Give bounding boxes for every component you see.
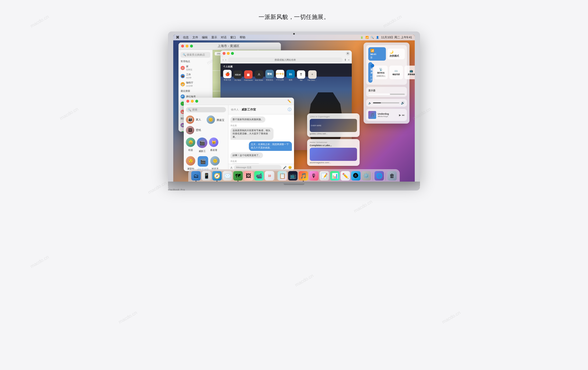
- dock-mail[interactable]: ✉️: [223, 171, 232, 181]
- fav-hotel-booking[interactable]: 慧铭 慧铭假合: [265, 70, 274, 81]
- file-menu[interactable]: 文件: [192, 35, 198, 39]
- fav-tait[interactable]: T Tait: [297, 70, 305, 81]
- messages-close[interactable]: [186, 100, 189, 103]
- favorites-icons-row: 🍎 苹果中国 nice It's Nice ◼: [223, 70, 349, 81]
- edit-menu[interactable]: 编辑: [202, 35, 208, 39]
- msg-contact-neighbor[interactable]: 😄 邻居: [186, 137, 195, 154]
- notif-12hrs[interactable]: 12hrs in Copenhagen OVER WIRE guides.12h…: [307, 113, 360, 137]
- msg-contact-jb[interactable]: 😊 腾嘉宝: [207, 115, 226, 124]
- msg-contact-group[interactable]: 🎬 威影工: [197, 137, 207, 154]
- menubar-right: 🔋 📶 🔍 👤 11月10日 周二 上午9:41: [360, 35, 412, 39]
- maps-search-field[interactable]: 🔍 搜索景点购购店: [181, 52, 210, 58]
- msg-contact-duizhitian[interactable]: 🙂 对志天: [210, 156, 220, 171]
- fav-design-files[interactable]: ☀ The Design Files: [307, 70, 317, 81]
- msg-contact-wallpaper[interactable]: 🖼 壁纸: [186, 125, 206, 135]
- messages-titlebar: ✏️: [184, 98, 294, 105]
- msg-contact-family[interactable]: 👨‍👩‍👧 家人: [186, 115, 206, 124]
- notif-atelier[interactable]: Atelier Schwimmer Completes a Lake... az…: [307, 139, 360, 166]
- cc-keyboard-toggle[interactable]: ⌨️ 键盘亮度: [389, 66, 403, 79]
- fav-apple[interactable]: 🍎 苹果中国: [223, 70, 232, 81]
- dock-podcasts[interactable]: 🎙: [309, 171, 319, 181]
- maps-item-work[interactable]: 💼 工作 9分钟: [181, 72, 210, 80]
- volume-max-icon: 🔊: [401, 101, 405, 105]
- safari-maximize[interactable]: [231, 52, 234, 55]
- notif-image-2: [310, 148, 357, 161]
- dock-system-prefs[interactable]: ⚙️: [362, 171, 371, 181]
- menubar-time: 11月10日 周二 上午9:41: [381, 35, 412, 39]
- safari-close[interactable]: [223, 52, 225, 55]
- messages-maximize[interactable]: [195, 100, 198, 103]
- fav-patchwork[interactable]: ◼ Patchwork: [244, 70, 253, 81]
- messages-search[interactable]: 🔍 搜索: [186, 107, 226, 112]
- safari-forward[interactable]: ›: [225, 58, 226, 62]
- dock-photos[interactable]: 🖼: [244, 171, 253, 181]
- cafe-icon: ☕: [181, 82, 185, 86]
- safari-minimize[interactable]: [227, 52, 230, 55]
- cc-airplay-toggle[interactable]: 📡 隔空投送 仅限联系人: [374, 66, 388, 79]
- dock-finder[interactable]: 🗂: [191, 171, 201, 181]
- msg-contact-puanyi[interactable]: 😌 浦安怡: [186, 156, 195, 171]
- info-button[interactable]: ⓘ: [288, 107, 291, 112]
- dock-container: 🗂 📱 🧭 ✉️: [188, 169, 400, 182]
- dock-siri[interactable]: 🌐: [375, 171, 384, 181]
- cc-screenmirror-toggle[interactable]: 📺 屏幕镜像: [405, 66, 415, 79]
- dock-calendar[interactable]: 10: [265, 171, 274, 181]
- display-brightness-slider[interactable]: [368, 94, 405, 95]
- search-icon[interactable]: 🔍: [371, 36, 374, 39]
- maps-item-home[interactable]: 🏠 家 近附近: [181, 64, 210, 72]
- safari-url-bar[interactable]: 搜索或输入网站名称: [228, 57, 343, 62]
- volume-slider[interactable]: [373, 102, 399, 103]
- cc-bluetooth-toggle[interactable]: 🔵 蓝牙 打开: [368, 62, 372, 83]
- cc-dnd-toggle[interactable]: 🌙 勿扰模式: [387, 49, 405, 59]
- dock-maps[interactable]: 🗺: [233, 171, 243, 181]
- safari-new-tab[interactable]: +: [346, 52, 350, 55]
- view-menu[interactable]: 显示: [211, 35, 217, 39]
- safari-tabs-row: +: [220, 50, 352, 57]
- fav-linkedin[interactable]: in 领英: [286, 70, 295, 81]
- dock-appstore[interactable]: 🅐: [351, 171, 361, 181]
- dock-pencil[interactable]: ✏️: [341, 171, 350, 181]
- cc-bottom-row: 🔵 蓝牙 打开 📡 隔空投送 仅限联系人 ⌨: [368, 62, 405, 83]
- dock-trash[interactable]: 🗑: [387, 171, 397, 181]
- dock-safari[interactable]: 🧭: [212, 171, 222, 181]
- macbook-device: ⌘ 信息 文件 编辑 显示 对话 窗口 帮助 🔋 📶 🔍 👤: [168, 31, 420, 191]
- macbook-base: MacBook Pro: [168, 187, 420, 191]
- help-menu[interactable]: 帮助: [240, 35, 245, 39]
- menubar-left: ⌘ 信息 文件 编辑 显示 对话 窗口 帮助: [176, 35, 245, 39]
- dock-music[interactable]: 🎵: [299, 171, 308, 181]
- emoji-icon[interactable]: 😊: [288, 166, 292, 169]
- msg-contact-caiqing[interactable]: 😸 蔡若青: [209, 137, 218, 154]
- playback-controls: ▶ ⏭: [399, 114, 405, 117]
- dock-numbers[interactable]: 📊: [330, 171, 340, 181]
- messages-minimize[interactable]: [191, 100, 194, 103]
- safari-back[interactable]: ‹: [223, 58, 224, 62]
- play-button[interactable]: ▶: [399, 114, 401, 117]
- fav-ft[interactable]: FT 中文 FT中文网: [276, 70, 284, 81]
- dock-music-list[interactable]: 📋: [278, 171, 287, 181]
- dock-appletv[interactable]: 📺: [288, 171, 298, 181]
- next-button[interactable]: ⏭: [402, 114, 405, 117]
- chat-recipient: 威影工作室: [242, 108, 256, 112]
- dock-facetime[interactable]: 📹: [254, 171, 264, 181]
- compose-icon[interactable]: ✏️: [287, 99, 291, 103]
- dock-notes[interactable]: 📝: [320, 171, 329, 181]
- safari-new-tab-btn[interactable]: +: [348, 58, 350, 61]
- safari-share[interactable]: ⬆: [344, 58, 346, 62]
- messages-window[interactable]: ✏️ 🔍 搜索: [184, 98, 294, 171]
- notification-cards: 12hrs in Copenhagen OVER WIRE guides.12h…: [307, 113, 360, 166]
- apps-icon[interactable]: A: [230, 166, 232, 169]
- chat-msg-1: 那个鼠标车的镜头刺激刺激。: [230, 117, 292, 123]
- apple-menu[interactable]: ⌘: [176, 35, 179, 39]
- fav-ace-hotel[interactable]: A Ace Hotel: [255, 70, 263, 81]
- dock-launchpad[interactable]: 📱: [202, 171, 211, 181]
- cc-wifi-toggle[interactable]: 📶 Wi-Fi 普: [368, 47, 386, 61]
- conversation-menu[interactable]: 对话: [221, 35, 227, 39]
- home-icon: 🏠: [181, 66, 185, 70]
- msg-contact-group-selected[interactable]: 🎬 威影工作室: [197, 156, 209, 171]
- maps-item-cafe[interactable]: ☕ 咖啡厅 22分钟: [181, 81, 210, 88]
- macbook-label: MacBook Pro: [168, 188, 185, 191]
- audio-icon[interactable]: 🎤: [283, 166, 287, 169]
- fav-nice[interactable]: nice It's Nice: [234, 70, 242, 81]
- window-menu[interactable]: 窗口: [230, 35, 236, 39]
- app-name-menu[interactable]: 信息: [183, 35, 189, 39]
